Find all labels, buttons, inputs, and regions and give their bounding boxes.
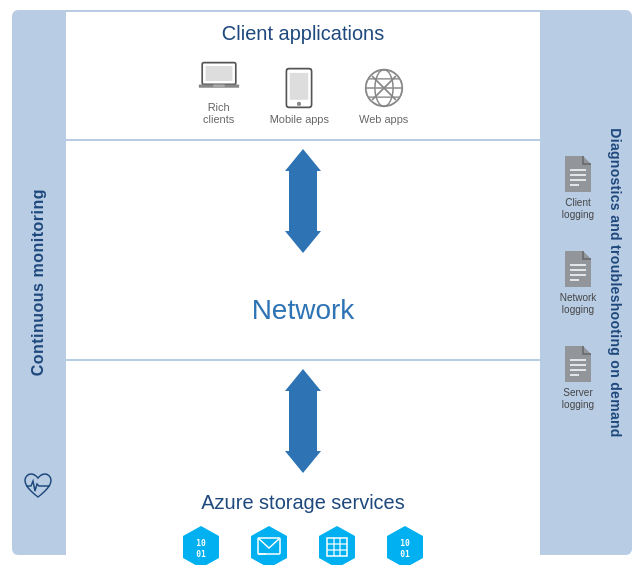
tables-icon	[314, 524, 360, 565]
web-apps-icon-item: Web apps	[359, 67, 408, 125]
arrow-bottom-2	[285, 451, 321, 473]
network-section: Network	[66, 261, 540, 361]
client-apps-icons: Richclients Mobile apps	[82, 55, 524, 125]
arrow-bottom-1	[285, 231, 321, 253]
files-icon: 10 01	[382, 524, 428, 565]
arrow-section-1	[66, 141, 540, 261]
double-arrow-2	[285, 369, 321, 473]
arrow-shaft-1	[289, 171, 317, 231]
rich-clients-icon-item: Richclients	[198, 55, 240, 125]
client-logging-item: Clientlogging	[561, 154, 595, 221]
mobile-apps-icon-item: Mobile apps	[270, 67, 329, 125]
svg-rect-5	[290, 73, 308, 100]
server-logging-item: Serverlogging	[561, 344, 595, 411]
blobs-icon-item: 10 01 Blobs	[178, 524, 224, 565]
svg-marker-20	[319, 526, 355, 565]
right-icons-col: Clientlogging Networklogging	[560, 154, 597, 411]
continuous-monitoring-label: Continuous monitoring	[29, 189, 47, 376]
svg-rect-1	[205, 66, 232, 81]
arrow-section-2	[66, 361, 540, 481]
mobile-apps-label: Mobile apps	[270, 113, 329, 125]
right-sidebar: Clientlogging Networklogging	[542, 10, 632, 555]
client-apps-title: Client applications	[82, 22, 524, 45]
tables-icon-item: Tables	[314, 524, 360, 565]
files-icon-item: 10 01 Files	[382, 524, 428, 565]
client-logging-label: Clientlogging	[562, 197, 594, 221]
server-logging-label: Serverlogging	[562, 387, 594, 411]
tablet-icon	[278, 67, 320, 109]
diagnostics-label: Diagnostics and troubleshooting on deman…	[608, 128, 624, 437]
blobs-icon: 10 01	[178, 524, 224, 565]
azure-storage-section: Azure storage services 10 01 Blobs	[66, 481, 540, 565]
svg-rect-3	[213, 84, 225, 87]
left-sidebar: Continuous monitoring	[12, 10, 64, 555]
main-content: Client applications Richclients	[64, 10, 542, 555]
azure-storage-title: Azure storage services	[82, 491, 524, 514]
double-arrow-1	[285, 149, 321, 253]
svg-text:01: 01	[400, 550, 410, 559]
heart-icon	[23, 473, 53, 505]
web-apps-label: Web apps	[359, 113, 408, 125]
svg-text:10: 10	[196, 539, 206, 548]
network-logging-icon	[561, 249, 595, 289]
network-title: Network	[252, 294, 355, 326]
rich-clients-label: Richclients	[203, 101, 234, 125]
azure-storage-icons: 10 01 Blobs Queues	[82, 524, 524, 565]
network-logging-label: Networklogging	[560, 292, 597, 316]
client-apps-section: Client applications Richclients	[66, 12, 540, 141]
arrow-shaft-2	[289, 391, 317, 451]
queues-icon	[246, 524, 292, 565]
laptop-icon	[198, 55, 240, 97]
network-logging-item: Networklogging	[560, 249, 597, 316]
queues-icon-item: Queues	[246, 524, 292, 565]
server-logging-icon	[561, 344, 595, 384]
globe-icon	[363, 67, 405, 109]
svg-marker-17	[251, 526, 287, 565]
arrow-top-2	[285, 369, 321, 391]
diagram-wrapper: Continuous monitoring Client application…	[12, 10, 632, 555]
arrow-top-1	[285, 149, 321, 171]
svg-text:10: 10	[400, 539, 410, 548]
svg-point-6	[297, 102, 301, 106]
client-logging-icon	[561, 154, 595, 194]
svg-text:01: 01	[196, 550, 206, 559]
